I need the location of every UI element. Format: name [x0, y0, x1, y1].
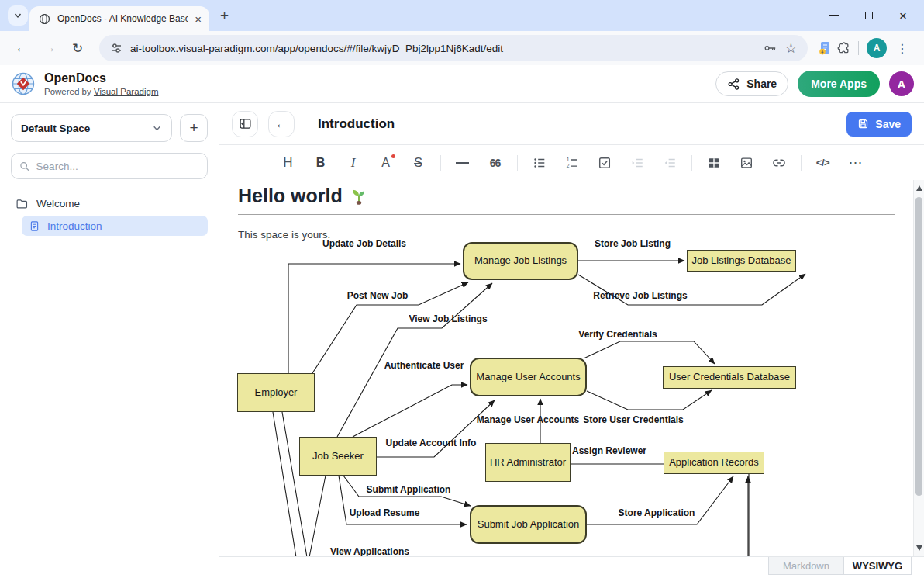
site-settings-icon[interactable]	[110, 42, 122, 54]
search-icon	[19, 161, 30, 172]
editor-mode-bar: Markdown WYSIWYG	[219, 556, 924, 578]
address-bar[interactable]: ai-toolbox.visual-paradigm.com/app/opend…	[99, 35, 808, 61]
diagram-node-process: Manage Job Listings	[463, 242, 578, 280]
share-button[interactable]: Share	[715, 71, 788, 96]
table-tool[interactable]	[703, 152, 725, 174]
diagram-node-datastore: Application Records	[664, 452, 764, 474]
heading-tool[interactable]: H	[278, 152, 299, 174]
reload-button[interactable]: ↻	[65, 36, 90, 61]
opendocs-logo	[10, 71, 36, 97]
back-button[interactable]: ←	[268, 111, 295, 137]
strikethrough-tool[interactable]: S	[408, 152, 429, 174]
scrollbar-thumb[interactable]	[915, 197, 922, 496]
outdent-icon	[663, 156, 677, 170]
image-tool[interactable]	[736, 152, 757, 174]
browser-menu-icon[interactable]: ⋮	[890, 41, 915, 56]
tab-close-icon[interactable]: ×	[195, 13, 202, 25]
extensions-puzzle-icon[interactable]	[836, 41, 850, 56]
link-tool[interactable]	[768, 152, 790, 174]
toolbar-divider	[801, 155, 802, 171]
scroll-up-arrow[interactable]	[916, 185, 922, 191]
search-input[interactable]	[36, 161, 199, 172]
link-icon	[772, 156, 786, 170]
forward-nav-button[interactable]: →	[37, 36, 62, 61]
bullet-list-tool[interactable]	[529, 152, 550, 174]
flow-label: View Applications	[330, 546, 409, 557]
doc-content[interactable]: Hello world This space is yours.	[219, 180, 924, 578]
minimize-button[interactable]	[829, 15, 839, 16]
editor-pane: ← Introduction Save H B I A S 66	[219, 103, 924, 578]
tab-search-button[interactable]	[8, 5, 28, 26]
task-list-tool[interactable]	[594, 152, 615, 174]
indent-icon	[630, 156, 644, 170]
tree-folder-welcome[interactable]: Welcome	[11, 193, 208, 213]
flow-label: Authenticate User	[384, 360, 464, 371]
blockquote-tool[interactable]: 66	[484, 152, 506, 174]
tree-page-introduction[interactable]: Introduction	[22, 216, 208, 236]
more-apps-button[interactable]: More Apps	[798, 71, 880, 97]
flow-label: Verify Credentials	[578, 329, 657, 340]
chevron-down-icon	[13, 11, 22, 20]
table-icon	[707, 156, 721, 170]
url-text[interactable]: ai-toolbox.visual-paradigm.com/app/opend…	[130, 43, 756, 54]
maximize-button[interactable]	[865, 12, 873, 19]
bold-tool[interactable]: B	[310, 152, 332, 174]
space-selector[interactable]: Default Space	[11, 114, 172, 142]
flow-label: Submit Application	[367, 484, 451, 495]
chevron-down-icon	[152, 123, 162, 133]
share-icon	[727, 78, 740, 91]
app-header: OpenDocs Powered by Visual Paradigm Shar…	[0, 65, 924, 103]
scroll-down-arrow[interactable]	[916, 545, 922, 551]
font-color-dot	[391, 154, 395, 158]
flow-label: Store Application	[619, 507, 695, 518]
close-button[interactable]: ×	[899, 9, 907, 22]
sidebar-search[interactable]	[11, 153, 208, 179]
browser-window: OpenDocs - AI Knowledge Base × + × ← → ↻…	[0, 0, 924, 578]
user-avatar[interactable]: A	[889, 71, 914, 96]
save-button[interactable]: Save	[846, 112, 912, 137]
visual-paradigm-link[interactable]: Visual Paradigm	[94, 87, 159, 96]
toolbar-divider	[858, 41, 859, 55]
flow-label: Manage User Accounts	[477, 414, 579, 425]
ordered-list-tool[interactable]: 12	[561, 152, 583, 174]
password-key-icon[interactable]	[764, 42, 777, 54]
italic-tool[interactable]: I	[343, 152, 364, 174]
toolbar-divider	[517, 155, 518, 171]
toolbar-divider	[440, 155, 441, 171]
folder-label: Welcome	[36, 198, 80, 209]
more-tools[interactable]: ⋯	[845, 152, 867, 174]
indent-tool[interactable]	[626, 152, 648, 174]
horizontal-rule-tool[interactable]	[452, 152, 474, 174]
docs-extension-icon[interactable]	[817, 40, 833, 56]
globe-favicon	[39, 13, 50, 25]
svg-text:2: 2	[566, 163, 569, 168]
diagram-node-process: Submit Job Application	[470, 505, 587, 544]
doc-header: ← Introduction Save	[219, 103, 924, 145]
browser-tab[interactable]: OpenDocs - AI Knowledge Base ×	[29, 6, 209, 31]
vertical-scrollbar[interactable]	[913, 180, 924, 556]
browser-profile-avatar[interactable]: A	[867, 38, 887, 58]
page-tree: Welcome Introduction	[11, 193, 208, 236]
folder-icon	[16, 197, 29, 210]
sidebar: Default Space + Welcome Introduction	[0, 103, 219, 578]
tab-markdown-mode[interactable]: Markdown	[768, 557, 843, 575]
new-tab-button[interactable]: +	[220, 7, 229, 24]
bookmark-star-icon[interactable]: ☆	[785, 40, 797, 57]
doc-title: Introduction	[318, 116, 395, 132]
font-color-tool[interactable]: A	[375, 152, 397, 174]
outdent-tool[interactable]	[659, 152, 681, 174]
flow-label: Assign Reviewer	[572, 445, 646, 456]
flow-label: Post New Job	[347, 290, 409, 301]
browser-toolbar: ← → ↻ ai-toolbox.visual-paradigm.com/app…	[0, 31, 924, 65]
diagram-node-entity: Job Seeker	[299, 437, 377, 476]
flow-label: Update Account Info	[386, 438, 477, 448]
add-space-button[interactable]: +	[180, 114, 208, 142]
browser-titlebar: OpenDocs - AI Knowledge Base × + ×	[0, 0, 924, 31]
code-tool[interactable]: </>	[812, 152, 834, 174]
header-actions: Share More Apps A	[715, 71, 914, 97]
back-nav-button[interactable]: ←	[9, 36, 34, 61]
svg-text:1: 1	[566, 157, 569, 162]
tab-wysiwyg-mode[interactable]: WYSIWYG	[843, 557, 912, 575]
toggle-sidebar-button[interactable]	[232, 111, 258, 137]
dataflow-diagram[interactable]: Manage Job Listings Job Listings Databas…	[219, 180, 913, 557]
